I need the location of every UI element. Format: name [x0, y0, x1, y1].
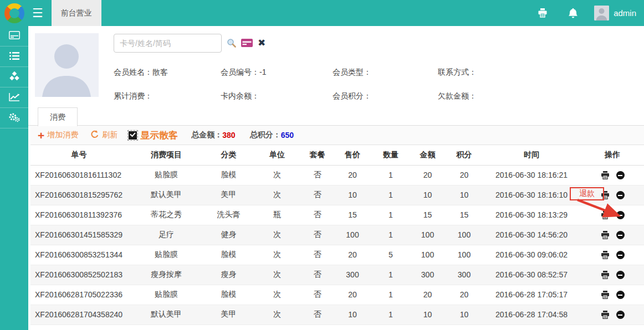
printer-icon[interactable] [538, 8, 548, 18]
item-cell: 贴脸膜 [127, 245, 205, 265]
order-no-cell: XF201606281705022336 [30, 285, 127, 305]
time-cell: 2016-06-30 18:16:21 [482, 165, 581, 185]
topbar-tab-label: 前台营业 [61, 8, 92, 18]
print-icon[interactable] [601, 251, 610, 259]
gears-icon [9, 112, 20, 124]
show-walkin-toggle[interactable]: 显示散客 [129, 129, 178, 142]
order-no-cell: XF201606301815295762 [30, 185, 127, 205]
table-row: XF201606281704358240默认美甲美甲次否10110102016-… [30, 305, 644, 324]
sidebar-item-list[interactable] [0, 47, 28, 67]
sidebar-item-chart[interactable] [0, 87, 28, 108]
quantity-cell: 1 [372, 225, 409, 245]
sidebar [0, 26, 28, 330]
item-cell: 足疗 [127, 225, 205, 245]
member-field-contact: 联系方式： [438, 68, 623, 78]
package-cell: 否 [302, 285, 333, 305]
points-cell: 10 [446, 185, 482, 205]
hamburger-icon[interactable]: ☰ [32, 7, 43, 19]
item-cell: 默认美甲 [127, 185, 205, 205]
amount-cell: 20 [409, 285, 446, 305]
time-cell: 2016-06-30 18:16:10 [482, 185, 581, 205]
sidebar-item-settings[interactable] [0, 108, 28, 128]
topbar-tab-front-desk[interactable]: 前台营业 [52, 0, 101, 26]
print-icon[interactable] [601, 291, 610, 299]
operations-cell [581, 305, 644, 324]
card-icon [9, 31, 20, 41]
column-header: 消费项目 [127, 145, 205, 165]
print-icon[interactable] [601, 311, 610, 319]
order-no-cell: XF201606281704358240 [30, 305, 127, 324]
operations-cell [581, 165, 644, 185]
amount-cell: 300 [409, 265, 446, 285]
table-row: XF201606300853251344贴脸膜脸模次否2051001002016… [30, 245, 644, 265]
package-cell: 否 [302, 225, 333, 245]
item-cell: 蒂花之秀 [127, 205, 205, 225]
amount-cell: 100 [409, 225, 446, 245]
quantity-cell: 1 [372, 265, 409, 285]
column-header: 金额 [409, 145, 446, 165]
sidebar-item-cubes[interactable] [0, 67, 28, 87]
member-search-row: ✖ [114, 33, 623, 53]
refresh-button[interactable]: 刷新 [90, 130, 117, 141]
username[interactable]: admin [614, 8, 636, 18]
order-no-cell: XF201606301811392376 [30, 205, 127, 225]
refund-minus-icon[interactable] [616, 231, 625, 239]
column-header: 数量 [372, 145, 409, 165]
table-header-row: 单号消费项目分类单位套餐售价数量金额积分时间操作 [30, 145, 644, 165]
total-points-label: 总积分： [250, 130, 281, 140]
refund-minus-icon[interactable] [616, 291, 625, 299]
tab-bar: 消费 [28, 105, 644, 126]
refund-minus-icon[interactable] [616, 171, 625, 179]
consumption-table: 单号消费项目分类单位套餐售价数量金额积分时间操作 XF2016063018161… [30, 145, 644, 325]
column-header: 单位 [252, 145, 302, 165]
unit-cell: 次 [252, 185, 302, 205]
unit-cell: 瓶 [252, 205, 302, 225]
user-avatar[interactable] [594, 6, 609, 20]
add-consumption-button[interactable]: + 增加消费 [38, 130, 78, 141]
toolbar: + 增加消费 刷新 显示散客 总金额： 380 总积分： 650 [30, 126, 644, 145]
package-cell: 否 [302, 205, 333, 225]
quantity-cell: 1 [372, 165, 409, 185]
print-icon[interactable] [601, 231, 610, 239]
item-cell: 贴脸膜 [127, 165, 205, 185]
amount-cell: 20 [409, 165, 446, 185]
search-icon[interactable] [227, 38, 236, 48]
points-cell: 20 [446, 285, 482, 305]
clear-icon[interactable]: ✖ [258, 38, 265, 48]
unit-cell: 次 [252, 245, 302, 265]
column-header: 套餐 [302, 145, 333, 165]
print-icon[interactable] [601, 171, 610, 179]
order-no-cell: XF201606300853251344 [30, 245, 127, 265]
search-input[interactable] [114, 34, 222, 53]
table-row: XF201606301815295762默认美甲美甲次否10110102016-… [30, 185, 644, 205]
member-field-card-balance: 卡内余额： [221, 91, 333, 101]
print-icon[interactable] [601, 271, 610, 279]
category-cell: 洗头膏 [205, 205, 252, 225]
price-cell: 20 [333, 285, 372, 305]
operations-cell [581, 285, 644, 305]
refund-minus-icon[interactable] [616, 311, 625, 319]
price-cell: 20 [333, 165, 372, 185]
price-cell: 15 [333, 205, 372, 225]
category-cell: 美甲 [205, 185, 252, 205]
app-logo [4, 3, 24, 23]
category-cell: 脸模 [205, 165, 252, 185]
category-cell: 脸模 [205, 245, 252, 265]
total-amount-label: 总金额： [191, 130, 222, 140]
amount-cell: 100 [409, 245, 446, 265]
member-field-name: 会员姓名：散客 [114, 68, 221, 78]
points-cell: 300 [446, 265, 482, 285]
refund-minus-icon[interactable] [616, 271, 625, 279]
amount-cell: 15 [409, 205, 446, 225]
member-card-icon[interactable] [241, 39, 253, 47]
order-no-cell: XF201606301816111302 [30, 165, 127, 185]
column-header: 操作 [581, 145, 644, 165]
operations-cell [581, 265, 644, 285]
refund-minus-icon[interactable] [616, 251, 625, 259]
bell-icon[interactable] [569, 8, 577, 18]
tab-consumption[interactable]: 消费 [38, 107, 78, 126]
checkbox-checked-icon [129, 131, 137, 140]
item-cell: 默认美甲 [127, 305, 205, 324]
sidebar-item-card[interactable] [0, 26, 28, 47]
points-cell: 15 [446, 205, 482, 225]
